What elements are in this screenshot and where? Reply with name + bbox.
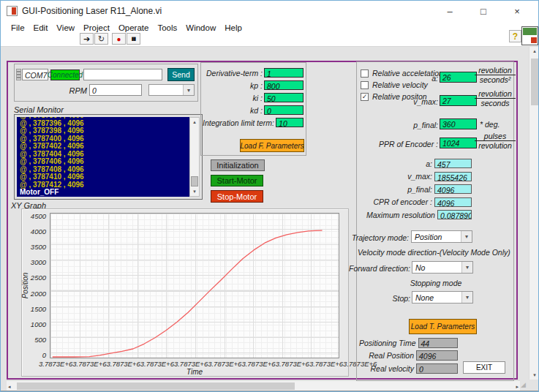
trajectory-mode-combo[interactable]: Position ▾: [411, 230, 472, 243]
console-line: @ , 3787398 , 4096: [17, 127, 189, 135]
vscroll-thumb[interactable]: [531, 59, 538, 105]
accel-field[interactable]: 26: [440, 72, 477, 83]
scroll-up-icon[interactable]: ▴: [190, 119, 199, 125]
context-help-button[interactable]: ?: [509, 30, 521, 42]
y-tick-label: 3000: [31, 258, 46, 266]
scroll-left-icon[interactable]: ◂: [8, 384, 11, 390]
hscroll-thumb[interactable]: [17, 382, 295, 390]
readout-label: Real velocity: [370, 364, 414, 373]
close-button[interactable]: ×: [500, 1, 534, 21]
toolbar-divider: [1, 46, 538, 47]
abort-icon: ●: [116, 35, 121, 43]
scroll-right-icon[interactable]: ▸: [516, 384, 519, 390]
y-tick-label: 4500: [31, 212, 46, 220]
serial-monitor[interactable]: @ , 3787394 , 4096 @ , 3787396 , 4096@ ,…: [14, 114, 203, 200]
pid-value-field[interactable]: 800: [264, 80, 304, 90]
window-vscrollbar[interactable]: ▴ ▾: [529, 47, 539, 380]
pid-value-field[interactable]: 1: [264, 68, 304, 78]
xy-curve: [50, 214, 340, 359]
minimize-button[interactable]: –: [433, 1, 467, 21]
checkbox-icon[interactable]: ✓: [361, 69, 369, 78]
stop-value: None: [415, 293, 434, 302]
run-button[interactable]: ➔: [80, 33, 94, 45]
resize-grip-icon[interactable]: ◢: [521, 381, 526, 388]
scroll-down-icon[interactable]: ▾: [529, 372, 539, 378]
pause-button[interactable]: ▮▮: [127, 33, 140, 45]
plot-area: [50, 213, 339, 358]
accel-unit-bottom: seconds²: [475, 75, 516, 84]
checkbox-icon[interactable]: ✓: [361, 93, 369, 101]
menu-item[interactable]: Project: [79, 22, 114, 34]
vi-icon[interactable]: [521, 26, 538, 45]
run-continuous-button[interactable]: ↻: [94, 33, 108, 45]
console-motor-off: Motor_OFF: [17, 189, 189, 197]
y-tick-label: 0: [42, 351, 46, 359]
x-tick-label: 3.7873E+6: [106, 360, 140, 368]
console-line: @ , 3787406 , 4096: [17, 158, 189, 166]
load-f-parameters-button[interactable]: Load F. Parameters: [240, 139, 304, 152]
pid-value-field[interactable]: 10: [276, 118, 304, 127]
pfinal-label: p_final:: [396, 121, 438, 129]
rpm-input[interactable]: [89, 84, 142, 96]
io-icon: [16, 69, 21, 80]
console-scrollbar[interactable]: ▴ ▾: [189, 117, 200, 197]
computed-row-label: v_max:: [407, 172, 432, 181]
maximize-button[interactable]: □: [467, 1, 500, 21]
pfinal-field[interactable]: 360: [440, 118, 477, 129]
menu-item[interactable]: File: [7, 22, 29, 34]
vmax-unit: revolution seconds: [475, 89, 516, 108]
ppr-label: PPR of Encoder :: [366, 140, 438, 148]
vmax-field[interactable]: 27: [440, 95, 477, 106]
check-icon: ✓: [362, 93, 368, 100]
computed-row-label: CPR of encoder :: [373, 197, 432, 206]
vi-icon-art-arrow: [531, 37, 537, 43]
computed-rows: a: 457 v_max: 1855426 p_final: 4096 CPR …: [366, 157, 472, 222]
menu-item[interactable]: Tools: [153, 22, 181, 34]
x-tick-label: 3.7873E+6: [208, 360, 241, 368]
pid-value-field[interactable]: 0: [264, 105, 304, 115]
checkbox-icon[interactable]: ✓: [361, 81, 369, 89]
rpm-combo[interactable]: ▾: [148, 84, 195, 96]
serial-message-input[interactable]: [83, 69, 162, 80]
scroll-down-icon[interactable]: ▾: [190, 189, 199, 195]
load-t-parameters-button[interactable]: Load T. Parameters: [409, 319, 477, 334]
menu-item[interactable]: Help: [220, 22, 246, 34]
vmax-label: v_max:: [396, 97, 438, 106]
initialization-button[interactable]: Initialization: [211, 159, 265, 171]
computed-value-field: 0.0878906: [437, 210, 472, 219]
x-tick-label: 3.7873E+6: [39, 360, 72, 368]
forward-direction-combo[interactable]: No ▾: [412, 261, 473, 274]
y-tick-label: 2000: [31, 290, 46, 298]
console-line: @ , 3787402 , 4096: [17, 143, 189, 151]
abort-button[interactable]: ●: [112, 33, 126, 45]
run-continuous-icon: ↻: [98, 34, 105, 44]
serial-monitor-label: Serial Monitor: [14, 105, 64, 114]
console-scroll-thumb[interactable]: [191, 176, 198, 186]
labview-icon-mark: [12, 7, 16, 15]
serial-console[interactable]: @ , 3787394 , 4096 @ , 3787396 , 4096@ ,…: [17, 117, 189, 197]
scroll-up-icon[interactable]: ▴: [529, 48, 539, 54]
com-port-input[interactable]: [22, 69, 48, 80]
menu-item[interactable]: Window: [181, 22, 220, 34]
computed-value-field: 457: [434, 159, 472, 168]
trajectory-mode-value: Position: [415, 233, 442, 241]
start-motor-button[interactable]: Start-Motor: [211, 175, 263, 186]
exit-button[interactable]: EXIT: [463, 361, 505, 374]
stop-combo[interactable]: None ▾: [412, 291, 473, 304]
help-icon: ?: [513, 31, 518, 42]
computed-value-field: 4096: [434, 197, 472, 207]
menu-item[interactable]: Operate: [114, 22, 154, 34]
computed-value-field: 4096: [434, 184, 472, 194]
pid-value-field[interactable]: 50: [264, 93, 304, 102]
x-tick-label: 3.7873E+6: [72, 360, 106, 368]
pfinal-unit: * deg.: [480, 120, 500, 129]
menu-item[interactable]: Edit: [29, 22, 53, 34]
menu-item[interactable]: View: [52, 22, 79, 34]
readout-value-field: 0: [416, 363, 458, 374]
console-lines: @ , 3787396 , 4096@ , 3787398 , 4096@ , …: [17, 120, 189, 189]
stop-motor-button[interactable]: Stop-Motor: [211, 190, 263, 203]
window-hscrollbar[interactable]: ◂ ▸: [7, 380, 520, 391]
computed-row-label: a:: [426, 159, 432, 168]
send-button[interactable]: Send: [167, 68, 195, 81]
ppr-field[interactable]: 1024: [440, 137, 477, 148]
